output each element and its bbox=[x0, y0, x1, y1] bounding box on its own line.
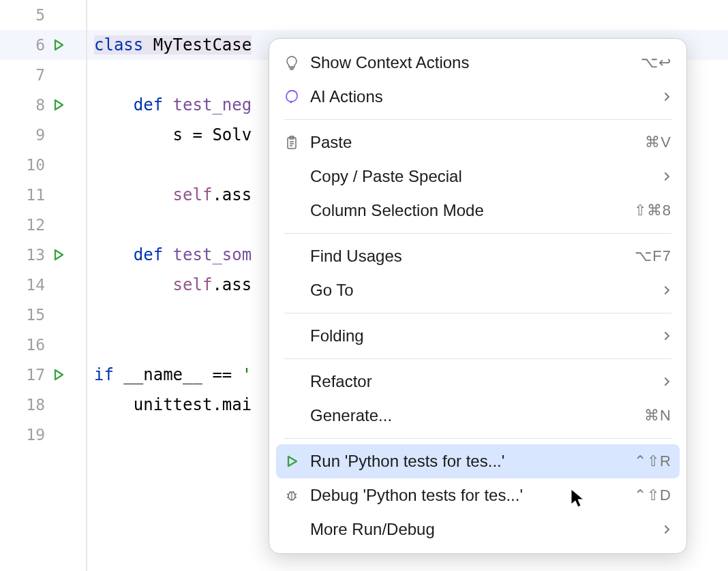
line-number: 7 bbox=[11, 66, 45, 84]
menu-separator bbox=[284, 438, 671, 439]
menu-item[interactable]: AI Actions bbox=[269, 80, 686, 114]
menu-item[interactable]: Refactor bbox=[269, 365, 686, 399]
svg-line-11 bbox=[290, 491, 290, 493]
menu-shortcut: ⌃⇧D bbox=[634, 487, 671, 504]
string: ' bbox=[242, 365, 252, 384]
menu-shortcut: ⌘V bbox=[645, 134, 671, 151]
gutter-row: 5 bbox=[0, 0, 86, 30]
menu-shortcut: ⌘N bbox=[644, 407, 671, 425]
code-text: s = Solv bbox=[94, 125, 252, 144]
chevron-right-icon bbox=[663, 375, 671, 388]
code-text: .ass bbox=[212, 185, 252, 204]
menu-label: Folding bbox=[310, 326, 663, 345]
gutter-row: 18 bbox=[0, 390, 86, 420]
run-gutter-icon[interactable] bbox=[52, 248, 65, 262]
menu-item[interactable]: Folding bbox=[269, 319, 686, 353]
menu-separator bbox=[284, 119, 671, 120]
menu-label: Go To bbox=[310, 281, 663, 300]
svg-line-12 bbox=[293, 491, 294, 493]
line-number: 13 bbox=[11, 246, 45, 264]
gutter-row: 17 bbox=[0, 360, 86, 390]
menu-label: Copy / Paste Special bbox=[310, 167, 663, 186]
svg-line-9 bbox=[295, 494, 297, 495]
chevron-right-icon bbox=[663, 330, 671, 342]
gutter-row: 14 bbox=[0, 270, 86, 300]
play-icon bbox=[284, 454, 306, 469]
menu-item[interactable]: Generate...⌘N bbox=[269, 399, 686, 433]
menu-item[interactable]: Run 'Python tests for tes...'⌃⇧R bbox=[276, 444, 680, 478]
gutter: 5678910111213141516171819 bbox=[0, 0, 87, 571]
code-text: unittest.mai bbox=[94, 395, 252, 414]
gutter-row: 15 bbox=[0, 300, 86, 330]
class-name: MyTestCase bbox=[143, 35, 252, 55]
run-gutter-icon[interactable] bbox=[52, 98, 65, 112]
menu-item[interactable]: More Run/Debug bbox=[269, 512, 686, 546]
code-line bbox=[94, 0, 728, 30]
code-text bbox=[94, 185, 173, 204]
gutter-row: 6 bbox=[0, 30, 86, 60]
menu-shortcut: ⌥F7 bbox=[635, 247, 671, 265]
gutter-row: 8 bbox=[0, 90, 86, 120]
line-number: 17 bbox=[11, 366, 45, 384]
menu-label: More Run/Debug bbox=[310, 520, 663, 539]
gutter-row: 12 bbox=[0, 210, 86, 240]
line-number: 18 bbox=[11, 396, 45, 414]
menu-item[interactable]: Paste⌘V bbox=[269, 125, 686, 159]
menu-label: Refactor bbox=[310, 372, 663, 391]
chevron-right-icon bbox=[663, 523, 671, 536]
bulb-icon bbox=[284, 55, 306, 70]
menu-label: Generate... bbox=[310, 406, 644, 425]
menu-shortcut: ⌥↩ bbox=[641, 54, 671, 72]
gutter-row: 11 bbox=[0, 180, 86, 210]
self-ref: self bbox=[173, 275, 213, 294]
run-gutter-icon[interactable] bbox=[52, 38, 65, 52]
menu-item[interactable]: Debug 'Python tests for tes...'⌃⇧D bbox=[269, 478, 686, 512]
menu-label: Debug 'Python tests for tes...' bbox=[310, 486, 634, 505]
code-text bbox=[94, 275, 173, 294]
menu-separator bbox=[284, 358, 671, 359]
method-name: test_som bbox=[163, 245, 252, 264]
line-number: 9 bbox=[11, 126, 45, 144]
keyword: def bbox=[134, 95, 163, 114]
menu-separator bbox=[284, 313, 671, 313]
menu-item[interactable]: Go To bbox=[269, 273, 686, 307]
run-gutter-icon[interactable] bbox=[52, 368, 65, 382]
line-number: 16 bbox=[11, 336, 45, 354]
line-number: 19 bbox=[11, 426, 45, 444]
context-menu: Show Context Actions⌥↩AI ActionsPaste⌘VC… bbox=[269, 38, 687, 554]
line-number: 15 bbox=[11, 306, 45, 324]
code-text: __name__ == bbox=[114, 365, 242, 384]
gutter-row: 9 bbox=[0, 120, 86, 150]
menu-item[interactable]: Column Selection Mode⇧⌘8 bbox=[269, 194, 686, 228]
gutter-row: 13 bbox=[0, 240, 86, 270]
chevron-right-icon bbox=[663, 284, 671, 296]
menu-label: AI Actions bbox=[310, 87, 663, 106]
menu-item[interactable]: Copy / Paste Special bbox=[269, 159, 686, 194]
line-number: 8 bbox=[11, 96, 45, 114]
svg-line-7 bbox=[287, 494, 288, 495]
line-number: 5 bbox=[11, 6, 45, 24]
bug-icon bbox=[284, 488, 306, 503]
menu-shortcut: ⌃⇧R bbox=[634, 452, 671, 470]
menu-label: Column Selection Mode bbox=[310, 201, 634, 220]
menu-label: Find Usages bbox=[310, 247, 635, 266]
menu-item[interactable]: Show Context Actions⌥↩ bbox=[269, 46, 686, 80]
method-name: test_neg bbox=[163, 95, 252, 114]
code-text: .ass bbox=[212, 275, 252, 294]
menu-label: Show Context Actions bbox=[310, 53, 641, 72]
menu-separator bbox=[284, 233, 671, 234]
chevron-right-icon bbox=[663, 170, 671, 183]
menu-shortcut: ⇧⌘8 bbox=[634, 202, 671, 219]
gutter-row: 7 bbox=[0, 60, 86, 90]
menu-label: Paste bbox=[310, 133, 645, 152]
menu-label: Run 'Python tests for tes...' bbox=[310, 452, 634, 471]
ai-icon bbox=[284, 89, 306, 104]
menu-item[interactable]: Find Usages⌥F7 bbox=[269, 239, 686, 273]
line-number: 12 bbox=[11, 216, 45, 234]
self-ref: self bbox=[173, 185, 213, 204]
gutter-row: 19 bbox=[0, 420, 86, 450]
gutter-row: 16 bbox=[0, 330, 86, 360]
line-number: 14 bbox=[11, 276, 45, 294]
keyword: if bbox=[94, 365, 114, 384]
gutter-row: 10 bbox=[0, 150, 86, 180]
